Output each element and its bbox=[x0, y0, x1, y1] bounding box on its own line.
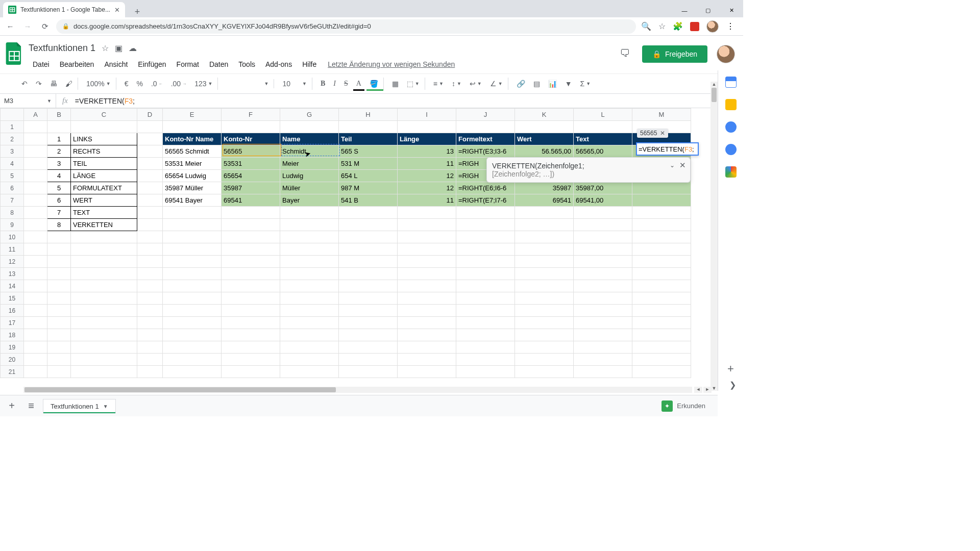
maps-icon[interactable] bbox=[725, 166, 737, 178]
cell[interactable] bbox=[456, 256, 515, 268]
column-header[interactable]: K bbox=[515, 109, 574, 121]
cell[interactable]: 56565 Schmidt bbox=[163, 145, 222, 158]
cell[interactable] bbox=[398, 231, 456, 243]
cell[interactable] bbox=[398, 329, 456, 341]
cell[interactable] bbox=[71, 121, 137, 133]
cell[interactable]: Länge bbox=[398, 133, 456, 145]
cell[interactable] bbox=[398, 341, 456, 354]
cell[interactable] bbox=[24, 341, 47, 354]
sheet-nav-arrows[interactable]: ◄► bbox=[694, 387, 712, 393]
cell[interactable] bbox=[47, 305, 71, 317]
cell[interactable] bbox=[515, 207, 574, 219]
cell[interactable]: 56565 bbox=[222, 145, 280, 158]
cell[interactable]: Müller bbox=[280, 182, 339, 194]
cell[interactable]: 69541 bbox=[515, 194, 574, 207]
cell[interactable]: 654 L bbox=[339, 170, 398, 182]
cell[interactable] bbox=[456, 243, 515, 256]
cell[interactable] bbox=[24, 194, 47, 207]
column-header[interactable]: G bbox=[280, 109, 339, 121]
cell[interactable] bbox=[47, 280, 71, 292]
wrap-button[interactable]: ↩▼ bbox=[467, 78, 485, 90]
extension-badge-icon[interactable] bbox=[690, 22, 699, 31]
cell[interactable]: 69541 bbox=[222, 194, 280, 207]
cell[interactable] bbox=[137, 305, 163, 317]
cell[interactable] bbox=[339, 366, 398, 378]
cell[interactable] bbox=[456, 341, 515, 354]
bold-button[interactable]: B bbox=[317, 78, 328, 90]
valign-button[interactable]: ↕▼ bbox=[449, 78, 464, 90]
redo-button[interactable]: ↷ bbox=[33, 78, 45, 90]
row-header[interactable]: 15 bbox=[1, 292, 24, 305]
cell[interactable] bbox=[456, 280, 515, 292]
cell[interactable]: 5 bbox=[47, 182, 71, 194]
cell[interactable] bbox=[398, 354, 456, 366]
row-header[interactable]: 11 bbox=[1, 243, 24, 256]
vertical-scrollbar[interactable]: ▲ ▼ bbox=[710, 82, 718, 391]
cell[interactable] bbox=[515, 317, 574, 329]
cell[interactable] bbox=[574, 354, 632, 366]
cell[interactable] bbox=[632, 354, 691, 366]
cell[interactable]: 65654 bbox=[222, 170, 280, 182]
cell[interactable] bbox=[280, 366, 339, 378]
cell[interactable] bbox=[71, 354, 137, 366]
cell[interactable]: 12 bbox=[398, 170, 456, 182]
cell[interactable] bbox=[163, 231, 222, 243]
column-header[interactable]: B bbox=[47, 109, 71, 121]
column-header[interactable]: J bbox=[456, 109, 515, 121]
cell[interactable] bbox=[632, 219, 691, 231]
menu-datei[interactable]: Datei bbox=[29, 58, 54, 70]
cell[interactable]: 35987,00 bbox=[574, 182, 632, 194]
cell[interactable] bbox=[515, 366, 574, 378]
cell[interactable] bbox=[163, 268, 222, 280]
zoom-icon[interactable]: 🔍 bbox=[641, 21, 651, 31]
cell[interactable]: 53531 Meier bbox=[163, 158, 222, 170]
cell[interactable] bbox=[280, 219, 339, 231]
cell[interactable] bbox=[632, 182, 691, 194]
cell[interactable] bbox=[574, 268, 632, 280]
cell[interactable] bbox=[456, 292, 515, 305]
new-tab-button[interactable]: + bbox=[130, 7, 144, 17]
cell[interactable]: 3 bbox=[47, 158, 71, 170]
name-box[interactable]: M3 ▼ bbox=[0, 94, 56, 108]
cell[interactable] bbox=[574, 292, 632, 305]
keep-icon[interactable] bbox=[725, 99, 737, 110]
cell[interactable] bbox=[280, 305, 339, 317]
link-button[interactable]: 🔗 bbox=[513, 78, 528, 90]
font-select[interactable]: ▼ bbox=[223, 79, 274, 88]
cell[interactable] bbox=[515, 292, 574, 305]
cell[interactable] bbox=[280, 354, 339, 366]
cell[interactable] bbox=[222, 341, 280, 354]
cell[interactable] bbox=[339, 121, 398, 133]
cell[interactable] bbox=[339, 280, 398, 292]
cell[interactable]: 531 M bbox=[339, 158, 398, 170]
cell[interactable] bbox=[71, 256, 137, 268]
cell[interactable] bbox=[339, 305, 398, 317]
text-color-button[interactable]: A bbox=[353, 78, 364, 90]
cell[interactable]: WERT bbox=[71, 194, 137, 207]
cell[interactable]: FORMULATEXT bbox=[71, 182, 137, 194]
cell[interactable]: 35987 bbox=[222, 182, 280, 194]
browser-tab[interactable]: Textfunktionen 1 - Google Tabe... ✕ bbox=[3, 2, 125, 17]
column-header[interactable]: A bbox=[24, 109, 47, 121]
cell[interactable] bbox=[280, 341, 339, 354]
cell[interactable] bbox=[222, 292, 280, 305]
cell[interactable] bbox=[24, 305, 47, 317]
cell[interactable] bbox=[24, 317, 47, 329]
cell[interactable] bbox=[24, 145, 47, 158]
cell[interactable] bbox=[47, 292, 71, 305]
star-outline-icon[interactable]: ☆ bbox=[102, 43, 109, 53]
currency-button[interactable]: € bbox=[121, 78, 132, 90]
chevron-down-icon[interactable]: ⌄ bbox=[670, 162, 675, 169]
cell[interactable] bbox=[137, 280, 163, 292]
cell[interactable]: LÄNGE bbox=[71, 170, 137, 182]
cell[interactable]: 13 bbox=[398, 145, 456, 158]
cell[interactable]: 65654 Ludwig bbox=[163, 170, 222, 182]
cell[interactable] bbox=[222, 329, 280, 341]
cell[interactable] bbox=[24, 182, 47, 194]
cell[interactable] bbox=[137, 243, 163, 256]
borders-button[interactable]: ▦ bbox=[389, 78, 402, 90]
cell[interactable] bbox=[339, 268, 398, 280]
italic-button[interactable]: I bbox=[330, 78, 339, 90]
add-addon-button[interactable]: + bbox=[727, 362, 734, 375]
cell[interactable] bbox=[456, 207, 515, 219]
